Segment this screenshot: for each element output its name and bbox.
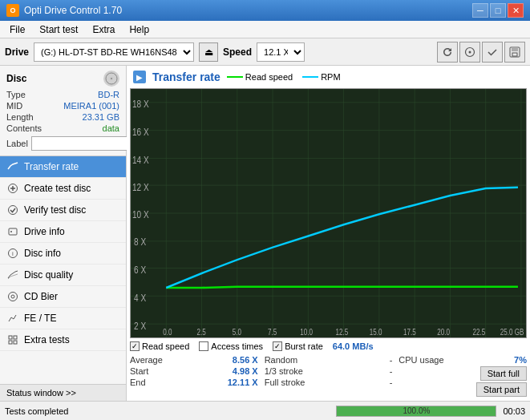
window-controls: ─ □ ✕ (472, 3, 524, 18)
extra-tests-icon (6, 333, 19, 346)
nav-item-disc-info[interactable]: i Disc info (0, 243, 126, 265)
stats-checkboxes: ✓ Read speed Access times ✓ Burst rate 6… (130, 341, 527, 351)
average-row: Average 8.56 X (130, 354, 258, 365)
svg-point-16 (9, 293, 18, 301)
svg-rect-12 (9, 228, 17, 235)
nav-item-drive-info[interactable]: Drive info (0, 221, 126, 243)
status-bar: Tests completed 100.0% 00:03 (0, 401, 530, 420)
cpu-usage-row: CPU usage 7% (399, 354, 527, 365)
svg-text:5.0: 5.0 (233, 328, 241, 337)
chart-header: ▶ Transfer rate Read speed RPM (130, 69, 527, 85)
speed-select[interactable]: 12.1 X ▾ (257, 42, 305, 62)
svg-text:2.5: 2.5 (197, 328, 206, 337)
stats-col-3: CPU usage 7% Start full Start part (399, 354, 527, 398)
svg-rect-3 (512, 47, 518, 51)
start-full-button[interactable]: Start full (480, 366, 527, 381)
disc-info-icon: i (6, 247, 19, 260)
nav-item-fe-te[interactable]: FE / TE (0, 308, 126, 329)
fe-te-icon (6, 312, 19, 325)
disc-panel-icon (103, 71, 119, 87)
svg-point-17 (11, 295, 14, 298)
drive-label: Drive (5, 46, 29, 58)
toolbar-action-icons (437, 42, 525, 63)
create-test-disc-icon (6, 182, 19, 195)
svg-text:20.0: 20.0 (437, 328, 450, 337)
nav-item-extra-tests[interactable]: Extra tests (0, 329, 126, 351)
verify-test-disc-icon (6, 204, 19, 216)
disc-label-row: Label 🔍 (6, 136, 119, 151)
burst-rate-checkbox[interactable]: ✓ (273, 341, 282, 351)
nav-items: Transfer rate Create test disc Verify te… (0, 156, 126, 384)
legend-read-speed: Read speed (227, 72, 293, 82)
legend-read-speed-color (227, 76, 243, 78)
disc-icon-btn[interactable] (459, 42, 480, 63)
start-row: Start 4.98 X (130, 365, 258, 377)
stats-col-1: Average 8.56 X Start 4.98 X End 12.11 X (130, 354, 258, 398)
close-button[interactable]: ✕ (508, 3, 524, 18)
start-part-button[interactable]: Start part (476, 382, 527, 397)
save-icon-btn[interactable] (504, 42, 525, 63)
chart-icon: ▶ (133, 71, 146, 83)
svg-point-11 (9, 206, 18, 215)
read-speed-checkbox-item[interactable]: ✓ Read speed (130, 341, 189, 351)
nav-item-verify-test-disc[interactable]: Verify test disc (0, 200, 126, 221)
start-part-row: Start part (399, 382, 527, 398)
svg-text:0.0: 0.0 (163, 328, 172, 337)
progress-bar: 100.0% (336, 406, 496, 417)
svg-text:10 X: 10 X (132, 209, 149, 220)
random-row: Random - (265, 354, 393, 365)
maximize-button[interactable]: □ (490, 3, 506, 18)
disc-panel: Disc Type BD-R MID MEIRA1 (001) Length (0, 66, 126, 156)
menu-help[interactable]: Help (123, 22, 156, 37)
menu-file[interactable]: File (3, 22, 31, 37)
refresh-icon-btn[interactable] (437, 42, 458, 63)
access-times-checkbox-item[interactable]: Access times (199, 341, 263, 351)
svg-text:17.5: 17.5 (403, 328, 416, 337)
progress-label: 100.0% (337, 406, 496, 416)
stats-grid: Average 8.56 X Start 4.98 X End 12.11 X (130, 354, 527, 398)
nav-item-disc-quality[interactable]: Disc quality (0, 265, 126, 286)
access-times-checkbox[interactable] (199, 341, 208, 351)
toolbar: Drive (G:) HL-DT-ST BD-RE WH16NS48 1.D3 … (0, 38, 530, 66)
minimize-button[interactable]: ─ (472, 3, 488, 18)
status-time: 00:03 (503, 406, 525, 416)
burst-rate-value: 64.0 MB/s (333, 341, 374, 351)
svg-text:14 X: 14 X (132, 155, 149, 165)
start-full-row: Start full (399, 365, 527, 382)
graph-container: 18 X 16 X 14 X 12 X 10 X 8 X 6 X 4 X 2 X… (130, 88, 527, 338)
svg-rect-18 (9, 336, 12, 339)
full-stroke-row: Full stroke - (265, 377, 393, 388)
chart-legend: Read speed RPM (227, 72, 341, 82)
disc-contents-row: Contents data (6, 123, 119, 133)
graph-svg: 18 X 16 X 14 X 12 X 10 X 8 X 6 X 4 X 2 X… (131, 89, 526, 337)
disc-label-input[interactable] (31, 136, 138, 151)
status-window-button[interactable]: Status window >> (0, 384, 126, 401)
svg-point-7 (111, 78, 112, 79)
chart-area: ▶ Transfer rate Read speed RPM (127, 66, 530, 401)
svg-text:10.0: 10.0 (300, 328, 313, 337)
app-title: Opti Drive Control 1.70 (24, 5, 122, 16)
svg-rect-20 (9, 341, 12, 344)
eject-button[interactable]: ⏏ (199, 42, 218, 62)
check-icon-btn[interactable] (482, 42, 503, 63)
nav-item-create-test-disc[interactable]: Create test disc (0, 178, 126, 200)
menu-extra[interactable]: Extra (86, 22, 121, 37)
title-bar: O Opti Drive Control 1.70 ─ □ ✕ (0, 0, 530, 21)
menu-start-test[interactable]: Start test (33, 22, 84, 37)
transfer-rate-icon (6, 160, 19, 173)
status-text: Tests completed (5, 406, 330, 416)
legend-rpm: RPM (302, 72, 340, 82)
svg-text:16 X: 16 X (132, 127, 149, 137)
svg-point-13 (10, 231, 12, 232)
app-icon: O (6, 4, 19, 17)
svg-rect-19 (14, 336, 17, 339)
nav-item-cd-bier[interactable]: CD Bier (0, 286, 126, 308)
svg-text:2 X: 2 X (134, 321, 146, 331)
menu-bar: File Start test Extra Help (0, 21, 530, 38)
drive-select[interactable]: (G:) HL-DT-ST BD-RE WH16NS48 1.D3 (34, 42, 194, 62)
read-speed-checkbox[interactable]: ✓ (130, 341, 140, 351)
nav-item-transfer-rate[interactable]: Transfer rate (0, 156, 126, 178)
stats-area: ✓ Read speed Access times ✓ Burst rate 6… (130, 341, 527, 398)
svg-text:6 X: 6 X (134, 265, 146, 275)
burst-rate-checkbox-item[interactable]: ✓ Burst rate (273, 341, 323, 351)
